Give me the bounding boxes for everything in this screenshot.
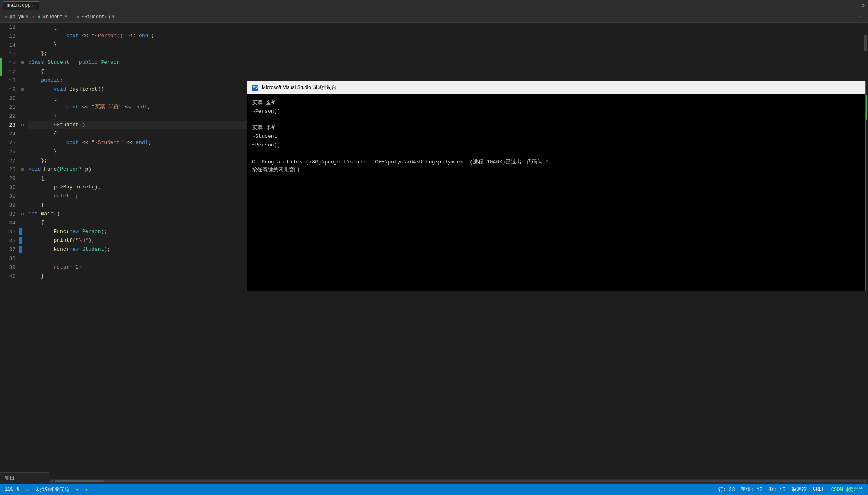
scroll-left-icon[interactable]: ◂ [76, 487, 78, 493]
code-line-14: } [28, 40, 862, 49]
code-line-13: cout << "~Person()" << endl; [28, 32, 862, 40]
tabs: main.cpp ✕ [3, 1, 39, 10]
scroll-right-icon[interactable]: ▸ [85, 487, 88, 493]
code-line-12: { [28, 23, 862, 32]
status-bar: 100 % ⚠ 未找到相关问题 ◂ ▸ 行: 23 字符: 12 列: 15 制… [0, 484, 868, 495]
tab-main-cpp[interactable]: main.cpp ✕ [3, 1, 39, 10]
breadcrumb-middle[interactable]: ◈ Student ▼ [38, 14, 68, 20]
code-line-15: }; [28, 49, 862, 58]
char-info: 字符: 12 [741, 486, 762, 493]
add-tab-icon[interactable]: ＋ [857, 13, 863, 21]
status-right: 行: 23 字符: 12 列: 15 制表符 CRLF CSDN @姜君竹 [718, 486, 863, 493]
line-info: 行: 23 [718, 486, 735, 493]
breadcrumb-right[interactable]: ◈ ~Student() ▼ [77, 14, 115, 20]
col-info: 列: 15 [769, 486, 785, 493]
settings-icon[interactable]: ⚙ [862, 2, 865, 9]
breadcrumb-sep2: › [71, 14, 74, 20]
tab-filename: main.cpp [7, 3, 31, 8]
scrollbar-thumb[interactable] [864, 35, 867, 51]
tab-close-button[interactable]: ✕ [32, 3, 35, 8]
encoding: CRLF [813, 487, 825, 492]
top-right-icons: ⚙ [862, 2, 865, 9]
console-title: Microsoft Visual Studio 调试控制台 [262, 84, 860, 91]
horizontal-scrollbar[interactable] [49, 479, 868, 484]
code-line-16: class Student : public Person [28, 58, 862, 67]
code-line-17: { [28, 67, 862, 76]
breadcrumb: ◈ polym ▼ › ◈ Student ▼ › ◈ ~Student() ▼… [0, 11, 868, 23]
output-panel-label: 输出 [0, 472, 49, 484]
warning-icon: ⚠ [26, 487, 29, 493]
breadcrumb-sep1: › [32, 14, 34, 20]
console-window: VS Microsoft Visual Studio 调试控制台 买票-全价 ~… [247, 81, 866, 291]
line-numbers: 12 13 14 15 16 ⊟ [0, 23, 27, 472]
error-status: 未找到相关问题 [35, 486, 69, 493]
console-output: 买票-全价 ~Person() 买票-半价 ~Student ~Person()… [247, 94, 865, 291]
tab-type: 制表符 [792, 486, 807, 493]
tab-bar: main.cpp ✕ ⚙ [0, 0, 868, 11]
vs-icon: VS [252, 85, 258, 91]
console-title-bar: VS Microsoft Visual Studio 调试控制台 [247, 81, 865, 94]
status-left: 100 % ⚠ 未找到相关问题 ◂ ▸ [5, 486, 88, 493]
breadcrumb-left[interactable]: ◈ polym ▼ [5, 14, 28, 20]
attribution: CSDN @姜君竹 [831, 486, 863, 493]
zoom-level[interactable]: 100 % [5, 487, 19, 492]
